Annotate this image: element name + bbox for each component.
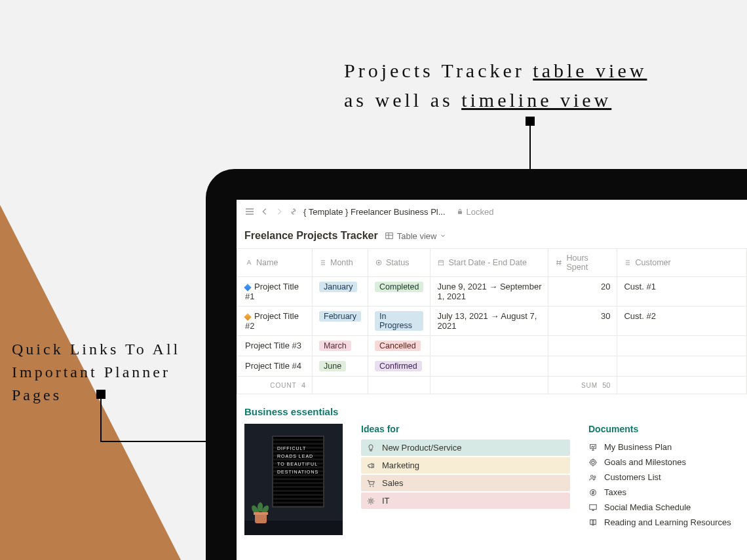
hero-line2-pre: as well as xyxy=(344,89,461,111)
hero-line1-underline: table view xyxy=(533,60,647,81)
plant-icon xyxy=(251,505,269,523)
table-row[interactable]: Project Title #3MarchCancelled xyxy=(237,336,747,356)
svg-point-7 xyxy=(370,500,372,502)
cell-date: June 9, 2021 → September 1, 2021 xyxy=(437,282,541,301)
status-tag: In Progress xyxy=(375,311,423,331)
ideas-column: Ideas for New Product/ServiceMarketingSa… xyxy=(361,424,570,510)
database-header: Freelance Projects Tracker Table view xyxy=(237,226,747,248)
topbar: { Template } Freelancer Business Pl... L… xyxy=(237,200,747,223)
status-tag: Cancelled xyxy=(375,341,421,351)
month-tag: March xyxy=(319,341,351,351)
presentation-icon xyxy=(588,443,599,452)
list-icon xyxy=(319,259,327,267)
svg-rect-1 xyxy=(385,233,393,239)
cell-hours: 30 xyxy=(601,311,610,321)
hero-caption: Projects Tracker table view as well as t… xyxy=(344,56,708,115)
count-label: COUNT xyxy=(270,382,297,389)
app-screen: { Template } Freelancer Business Pl... L… xyxy=(237,200,747,560)
monitor-icon xyxy=(588,503,599,512)
locked-indicator[interactable]: Locked xyxy=(456,207,494,217)
table-icon xyxy=(385,231,394,240)
document-row[interactable]: Customers List xyxy=(588,470,739,485)
back-icon[interactable] xyxy=(260,207,269,216)
document-row[interactable]: Goals and Milestones xyxy=(588,455,739,470)
svg-point-9 xyxy=(590,459,596,465)
table-row[interactable]: Project Title #4JuneConfirmed xyxy=(237,356,747,377)
diamond-icon xyxy=(244,284,251,291)
idea-row[interactable]: Marketing xyxy=(361,457,570,474)
cell-customer: Cust. #2 xyxy=(624,311,655,321)
col-customer[interactable]: Customer xyxy=(635,258,670,267)
number-icon xyxy=(555,259,563,267)
documents-column: Documents My Business PlanGoals and Mile… xyxy=(588,424,739,530)
letterboard-text: DIFFICULT ROADS LEAD TO BEAUTIFUL DESTIN… xyxy=(272,436,324,508)
document-row[interactable]: My Business Plan xyxy=(588,439,739,455)
forward-icon[interactable] xyxy=(275,207,284,216)
svg-rect-0 xyxy=(458,211,462,214)
document-label: Customers List xyxy=(604,472,661,482)
projects-table: Name Month Status Start Date - End Date … xyxy=(237,248,747,394)
document-label: Goals and Milestones xyxy=(604,457,686,467)
book-icon xyxy=(588,518,599,527)
cell-hours: 20 xyxy=(601,282,610,291)
ideas-title: Ideas for xyxy=(361,424,570,434)
status-tag: Completed xyxy=(375,282,423,292)
svg-point-10 xyxy=(592,460,594,463)
megaphone-icon xyxy=(366,461,377,470)
sum-value: 50 xyxy=(602,381,610,389)
sum-label: SUM xyxy=(581,382,598,389)
link-icon[interactable] xyxy=(289,207,298,216)
document-label: Taxes xyxy=(604,487,626,497)
col-date[interactable]: Start Date - End Date xyxy=(448,258,527,267)
col-month[interactable]: Month xyxy=(330,258,353,267)
calendar-icon xyxy=(437,259,445,267)
cell-name: Project Title #3 xyxy=(245,341,301,350)
hero-line2-underline: timeline view xyxy=(461,89,611,111)
document-row[interactable]: Social Media Schedule xyxy=(588,500,739,515)
document-row[interactable]: Reading and Learning Resources xyxy=(588,515,739,530)
svg-point-3 xyxy=(378,262,380,264)
status-icon xyxy=(375,259,383,267)
svg-rect-14 xyxy=(590,504,597,509)
breadcrumb[interactable]: { Template } Freelancer Business Pl... xyxy=(303,207,446,217)
document-label: My Business Plan xyxy=(604,442,672,452)
documents-title: Documents xyxy=(588,424,739,434)
cell-name: Project Title #2 xyxy=(245,311,299,331)
lock-icon xyxy=(456,208,464,215)
svg-point-6 xyxy=(373,485,374,487)
coin-icon xyxy=(588,488,599,497)
count-value: 4 xyxy=(301,381,305,389)
list-icon xyxy=(624,259,632,267)
col-status[interactable]: Status xyxy=(386,258,409,267)
diamond-icon xyxy=(244,313,251,320)
col-hours[interactable]: Hours Spent xyxy=(566,253,610,272)
document-label: Social Media Schedule xyxy=(604,502,691,512)
database-title[interactable]: Freelance Projects Tracker xyxy=(244,230,378,242)
menu-icon[interactable] xyxy=(244,206,255,217)
photo-card: DIFFICULT ROADS LEAD TO BEAUTIFUL DESTIN… xyxy=(244,424,343,535)
idea-row[interactable]: IT xyxy=(361,493,570,509)
table-row[interactable]: Project Title #1JanuaryCompletedJune 9, … xyxy=(237,277,747,307)
svg-point-11 xyxy=(591,475,594,477)
locked-label: Locked xyxy=(467,207,494,217)
svg-point-12 xyxy=(594,476,596,477)
device-frame: { Template } Freelancer Business Pl... L… xyxy=(206,169,747,560)
bulb-icon xyxy=(366,443,377,453)
view-selector[interactable]: Table view xyxy=(385,231,447,241)
idea-row[interactable]: Sales xyxy=(361,475,570,491)
document-row[interactable]: Taxes xyxy=(588,485,739,500)
idea-label: IT xyxy=(382,496,390,506)
idea-row[interactable]: New Product/Service xyxy=(361,439,570,456)
cell-name: Project Title #4 xyxy=(245,361,301,371)
table-row[interactable]: Project Title #2FebruaryIn ProgressJuly … xyxy=(237,307,747,336)
idea-label: Sales xyxy=(382,478,404,488)
status-tag: Confirmed xyxy=(375,361,422,371)
idea-label: Marketing xyxy=(382,460,419,470)
text-type-icon xyxy=(245,259,253,267)
people-icon xyxy=(588,473,599,482)
month-tag: February xyxy=(319,311,361,322)
cell-name: Project Title #1 xyxy=(245,282,299,301)
target-icon xyxy=(588,458,599,467)
col-name[interactable]: Name xyxy=(256,258,278,267)
chevron-down-icon xyxy=(440,233,446,239)
